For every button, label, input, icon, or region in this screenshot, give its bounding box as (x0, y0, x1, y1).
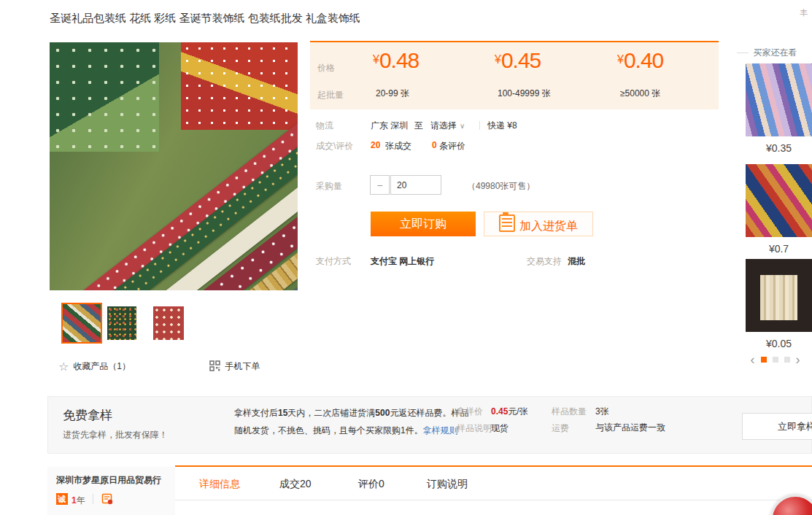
sample-price-label: 拿样价 (457, 406, 483, 418)
tab-order-instructions[interactable]: 订购说明 (427, 467, 468, 500)
tier-price: 0.40 (624, 48, 663, 72)
tab-deals[interactable]: 成交20 (279, 467, 312, 500)
tab-reviews[interactable]: 评价0 (358, 467, 384, 500)
tier-price: 0.48 (379, 48, 419, 72)
tier-qty: ≥50000 张 (620, 88, 660, 100)
order-now-button[interactable]: 立即订购 (371, 212, 476, 236)
sidebar-product-card[interactable]: ¥0.35 (746, 63, 812, 154)
product-page: 圣诞礼品包装纸 花纸 彩纸 圣诞节装饰纸 包装纸批发 礼盒装饰纸 丰 价格 起批… (0, 0, 812, 515)
product-image[interactable] (50, 42, 298, 290)
moq-label: 起批量 (317, 89, 344, 101)
mobile-order-button[interactable]: 手机下单 (209, 361, 260, 371)
sidebar-product-price: ¥0.7 (746, 243, 812, 255)
pager-dot-active[interactable] (761, 357, 767, 363)
sidebar-product-card[interactable]: ¥0.7 (746, 164, 812, 255)
business-license-icon[interactable] (101, 493, 113, 505)
price-tier: ¥0.48 20-99 张 (367, 42, 487, 109)
tier-qty: 20-99 张 (376, 88, 409, 100)
free-sample-subtitle: 进货先拿样，批发有保障！ (63, 429, 168, 441)
also-viewed-sidebar: 买家还在看 ¥0.35 ¥0.7 ¥0.05 ‹› (738, 41, 812, 384)
currency-symbol: ¥ (617, 53, 624, 66)
thumbnail[interactable] (153, 306, 184, 340)
sample-note-value: 现货 (491, 422, 509, 435)
clipboard-icon (499, 214, 515, 232)
thumbnail[interactable] (107, 306, 136, 340)
partial-share-icon: 丰 (800, 7, 808, 18)
sidebar-product-image (746, 63, 812, 136)
add-to-purchase-list-button[interactable]: 加入进货单 (484, 212, 593, 236)
trade-support-value: 混批 (568, 255, 585, 268)
logistics-row: 物流 广东 深圳 至 请选择∨ 快递 ¥8 (310, 120, 719, 133)
detail-tabbar: 详细信息 成交20 评价0 订购说明 (175, 465, 812, 500)
express-fee: 快递 ¥8 (487, 120, 517, 132)
qr-code-icon (209, 360, 220, 371)
quantity-minus-button[interactable]: − (370, 175, 390, 195)
chevron-down-icon: ∨ (460, 122, 465, 130)
currency-symbol: ¥ (373, 53, 379, 66)
free-sample-section: 免费拿样 进货先拿样，批发有保障！ 拿样支付后15天内，二次店铺进货满500元返… (47, 396, 812, 454)
star-icon: ☆ (58, 360, 69, 373)
available-stock: （49980张可售） (467, 180, 535, 193)
deals-row: 成交\评价 20 张成交 0 条评价 (310, 140, 719, 153)
free-sample-description: 拿样支付后15天内，二次店铺进货满500元返还样品费。样品随机发货，不挑色、挑码… (234, 404, 469, 439)
logistics-label: 物流 (316, 120, 333, 132)
freight-value: 与该产品运费一致 (595, 421, 668, 435)
trade-support-label: 交易支持 (527, 255, 562, 268)
divider (93, 494, 93, 504)
chevron-left-icon[interactable]: ‹ (748, 352, 758, 367)
free-sample-title: 免费拿样 (63, 407, 112, 424)
tier-price: 0.45 (501, 48, 541, 72)
sidebar-product-price: ¥0.05 (746, 338, 812, 349)
price-tier: ¥0.45 100-49999 张 (489, 42, 609, 109)
sample-qty-label: 样品数量 (552, 406, 587, 418)
review-count-unit[interactable]: 条评价 (439, 140, 465, 152)
favorite-button[interactable]: ☆收藏产品（1） (58, 361, 131, 371)
pager-dot[interactable] (784, 357, 790, 363)
sidebar-product-price: ¥0.35 (746, 142, 812, 154)
tier-qty: 100-49999 张 (498, 88, 551, 100)
purchase-row: 采购量 − （49980张可售） (310, 175, 719, 197)
freight-label: 运费 (552, 422, 569, 435)
price-label: 价格 (317, 62, 335, 74)
sidebar-product-image (746, 259, 812, 332)
sample-qty-value: 3张 (595, 406, 609, 418)
logistics-origin: 广东 深圳 (371, 120, 408, 132)
price-box: 价格 起批量 ¥0.48 20-99 张 ¥0.45 100-49999 张 ¥… (310, 41, 719, 109)
get-sample-button[interactable]: 立即拿样 (742, 413, 812, 440)
deal-count-link[interactable]: 20 (371, 140, 380, 150)
quantity-input[interactable] (390, 175, 441, 195)
payment-methods: 支付宝 网上银行 (371, 255, 434, 268)
pager-dot[interactable] (773, 357, 778, 363)
thumbnail-selected[interactable] (61, 303, 102, 344)
sample-price-value: 0.45元/张 (491, 406, 528, 418)
sample-rules-link[interactable]: 拿样规则 (423, 425, 458, 435)
favorite-row: ☆收藏产品（1） 手机下单 (58, 360, 260, 374)
sample-note-label: 样品说明 (457, 422, 492, 435)
seller-name-link[interactable]: 深圳市梦星原日用品贸易行 (56, 474, 161, 487)
wrapping-paper-patch (181, 42, 298, 130)
deals-label: 成交\评价 (316, 140, 353, 152)
sidebar-product-image (746, 164, 812, 237)
chevron-right-icon[interactable]: › (793, 352, 803, 367)
currency-symbol: ¥ (495, 53, 501, 66)
review-count-link[interactable]: 0 (432, 140, 437, 150)
membership-years: 1年 (71, 495, 85, 507)
integrity-badge: 诚 (56, 493, 68, 505)
wrapping-paper-patch (50, 42, 159, 152)
payment-row: 支付方式 支付宝 网上银行 交易支持 混批 (310, 255, 719, 268)
payment-label: 支付方式 (316, 255, 351, 268)
sidebar-pager: ‹› (738, 352, 812, 368)
sidebar-product-card[interactable]: ¥0.05 (746, 259, 812, 349)
destination-dropdown[interactable]: 请选择∨ (430, 120, 465, 132)
purchase-label: 采购量 (316, 180, 342, 193)
logistics-to: 至 (414, 120, 423, 132)
page-title: 圣诞礼品包装纸 花纸 彩纸 圣诞节装饰纸 包装纸批发 礼盒装饰纸 (50, 12, 360, 26)
divider (479, 121, 480, 130)
seller-panel: 深圳市梦星原日用品贸易行 诚 1年 (47, 467, 175, 515)
price-tier: ¥0.40 ≥50000 张 (611, 42, 732, 109)
sidebar-title: 买家还在看 (738, 47, 812, 59)
deal-count-unit[interactable]: 张成交 (385, 140, 411, 152)
tab-detail-info[interactable]: 详细信息 (199, 467, 240, 500)
